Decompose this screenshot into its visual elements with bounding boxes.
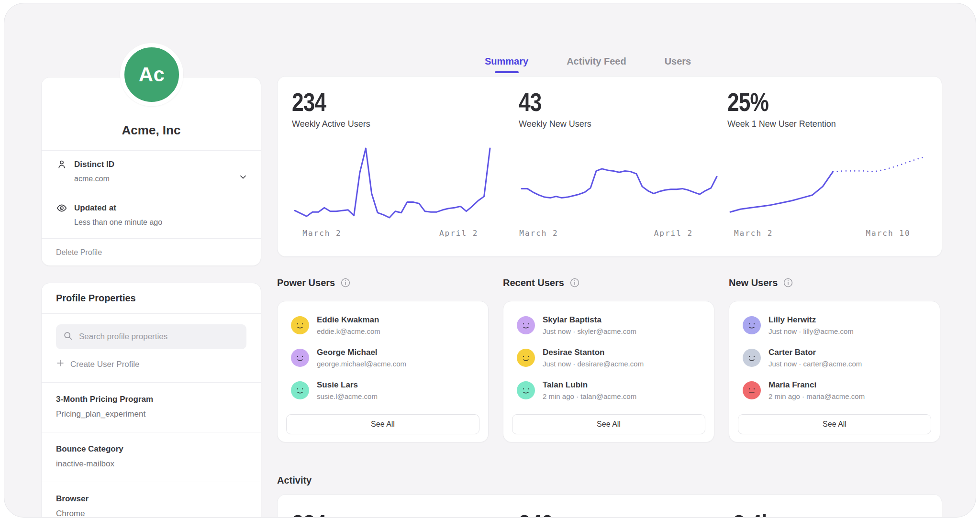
user-row[interactable]: Desirae Stanton Just now · desirare@acme… bbox=[510, 342, 707, 374]
user-card: Eddie Kwakman eddie.k@acme.com George Mi… bbox=[277, 301, 489, 442]
activity-card: 234 940 3.4k bbox=[277, 494, 942, 518]
stat-label: Weekly New Users bbox=[519, 119, 720, 129]
stat-value: 234 bbox=[292, 89, 457, 115]
user-name: Lilly Herwitz bbox=[768, 315, 854, 325]
section-header: Recent Users bbox=[503, 277, 714, 288]
search-input[interactable] bbox=[78, 331, 240, 342]
x-tick-label: March 2 bbox=[734, 229, 773, 238]
property-row[interactable]: Browser Chrome bbox=[42, 482, 261, 518]
see-all-button[interactable]: See All bbox=[286, 414, 479, 434]
x-tick-label: March 2 bbox=[519, 229, 558, 238]
stat-label: Week 1 New User Retention bbox=[727, 119, 928, 129]
company-name: Acme, Inc bbox=[42, 123, 261, 138]
see-all-button[interactable]: See All bbox=[738, 414, 931, 434]
delete-profile-button[interactable]: Delete Profile bbox=[42, 238, 261, 266]
tab-bar: Summary Activity Feed Users bbox=[485, 53, 691, 69]
stat-value: 25% bbox=[727, 89, 892, 115]
app-window: Ac Acme, Inc Distinct ID acme.com bbox=[4, 3, 976, 518]
user-row[interactable]: George Michael george.michael@acme.com bbox=[284, 342, 481, 374]
section-header: Power Users bbox=[277, 277, 489, 288]
x-tick-label: April 2 bbox=[654, 229, 693, 238]
user-row[interactable]: Carter Bator Just now · carter@acme.com bbox=[736, 342, 933, 374]
user-row[interactable]: Talan Lubin 2 min ago · talan@acme.com bbox=[510, 374, 707, 407]
create-user-profile-button[interactable]: Create User Profile bbox=[42, 349, 261, 382]
x-axis: March 2April 2 bbox=[292, 229, 493, 240]
property-value: inactive-mailbox bbox=[56, 459, 246, 469]
search-icon bbox=[63, 331, 73, 343]
user-avatar bbox=[743, 316, 761, 334]
search-box[interactable] bbox=[56, 324, 246, 349]
plus-icon bbox=[56, 359, 65, 370]
user-name: Maria Franci bbox=[768, 380, 865, 390]
user-detail: susie.l@acme.com bbox=[317, 392, 378, 401]
info-icon[interactable] bbox=[570, 278, 579, 287]
stat-value: 43 bbox=[519, 89, 683, 115]
user-row[interactable]: Skylar Baptista Just now · skyler@acme.c… bbox=[510, 309, 707, 342]
user-row[interactable]: Eddie Kwakman eddie.k@acme.com bbox=[284, 309, 481, 342]
user-row[interactable]: Susie Lars susie.l@acme.com bbox=[284, 374, 481, 407]
avatar-face-icon bbox=[517, 382, 535, 399]
profile-properties-title: Profile Properties bbox=[56, 293, 261, 304]
user-detail: eddie.k@acme.com bbox=[317, 327, 380, 336]
avatar-face-icon bbox=[291, 382, 309, 399]
section-header: New Users bbox=[729, 277, 940, 288]
user-name: Desirae Stanton bbox=[543, 348, 644, 357]
create-user-profile-label: Create User Profile bbox=[70, 360, 140, 369]
x-tick-label: March 10 bbox=[866, 229, 910, 238]
section-title: Power Users bbox=[277, 277, 335, 288]
chevron-down-icon[interactable] bbox=[238, 172, 248, 182]
user-detail: Just now · skyler@acme.com bbox=[543, 327, 636, 336]
tab-activity-feed[interactable]: Activity Feed bbox=[567, 53, 626, 69]
property-row[interactable]: 3-Month Pricing Program Pricing_plan_exp… bbox=[42, 382, 261, 432]
user-name: Talan Lubin bbox=[543, 380, 636, 390]
property-name: 3-Month Pricing Program bbox=[56, 394, 246, 405]
distinct-id-value: acme.com bbox=[74, 175, 110, 183]
user-detail: george.michael@acme.com bbox=[317, 360, 406, 368]
user-avatar bbox=[291, 316, 309, 334]
info-icon[interactable] bbox=[783, 278, 793, 287]
avatar-face-icon bbox=[743, 349, 760, 366]
property-name: Browser bbox=[56, 494, 246, 504]
avatar-face-icon bbox=[291, 317, 309, 334]
x-tick-label: March 2 bbox=[302, 229, 341, 238]
section-title: New Users bbox=[729, 277, 778, 288]
activity-stat-value: 3.4k bbox=[733, 511, 773, 518]
user-detail: 2 min ago · talan@acme.com bbox=[543, 392, 636, 401]
user-row[interactable]: Lilly Herwitz Just now · lilly@acme.com bbox=[736, 309, 933, 342]
profile-properties-card: Profile Properties Create User Profile bbox=[41, 283, 261, 518]
company-avatar-initials: Ac bbox=[139, 63, 165, 86]
user-name: Carter Bator bbox=[768, 348, 862, 357]
updated-at-value: Less than one minute ago bbox=[74, 218, 162, 227]
info-icon[interactable] bbox=[341, 278, 350, 287]
user-name: Susie Lars bbox=[317, 380, 378, 390]
user-avatar bbox=[517, 381, 535, 399]
updated-at-label: Updated at bbox=[74, 203, 116, 213]
summary-card: 234 Weekly Active Users March 2April 2 4… bbox=[277, 76, 942, 257]
search-row bbox=[42, 314, 261, 349]
property-row[interactable]: Bounce Category inactive-mailbox bbox=[42, 432, 261, 482]
tab-users[interactable]: Users bbox=[665, 53, 691, 69]
stat-label: Weekly Active Users bbox=[292, 119, 493, 129]
activity-stat-value: 234 bbox=[292, 511, 326, 518]
distinct-id-row[interactable]: Distinct ID acme.com bbox=[42, 150, 261, 194]
new-users-section: New Users Lilly Herwitz Just now · lilly… bbox=[729, 277, 940, 442]
user-name: George Michael bbox=[317, 348, 406, 357]
user-card: Lilly Herwitz Just now · lilly@acme.com … bbox=[729, 301, 940, 442]
person-icon bbox=[56, 159, 67, 170]
recent-users-section: Recent Users Skylar Baptista Just now · … bbox=[503, 277, 714, 442]
see-all-button[interactable]: See All bbox=[512, 414, 705, 434]
user-avatar bbox=[743, 349, 761, 367]
distinct-id-label: Distinct ID bbox=[74, 160, 114, 169]
profile-properties-header: Profile Properties bbox=[42, 283, 261, 314]
tab-summary[interactable]: Summary bbox=[485, 53, 528, 69]
user-row[interactable]: Maria Franci 2 min ago · maria@acme.com bbox=[736, 374, 933, 407]
user-avatar bbox=[291, 349, 309, 367]
user-name: Skylar Baptista bbox=[543, 315, 636, 325]
property-name: Bounce Category bbox=[56, 444, 246, 454]
x-axis: March 2April 2 bbox=[519, 229, 720, 240]
updated-at-row: Updated at Less than one minute ago bbox=[42, 194, 261, 238]
activity-section-title: Activity bbox=[277, 475, 312, 486]
user-avatar bbox=[743, 381, 761, 399]
user-detail: 2 min ago · maria@acme.com bbox=[768, 392, 865, 401]
avatar-face-icon bbox=[517, 349, 535, 366]
